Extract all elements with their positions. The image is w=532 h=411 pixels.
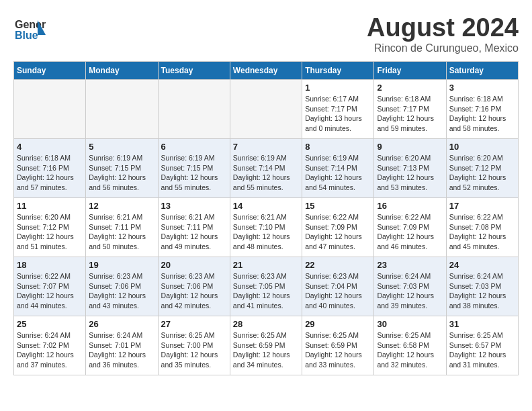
table-row: 2Sunrise: 6:18 AM Sunset: 7:17 PM Daylig… [374, 80, 446, 139]
table-row: 27Sunrise: 6:25 AM Sunset: 7:00 PM Dayli… [158, 316, 230, 375]
day-number: 31 [449, 319, 515, 329]
table-row: 9Sunrise: 6:20 AM Sunset: 7:13 PM Daylig… [374, 139, 446, 198]
day-info: Sunrise: 6:22 AM Sunset: 7:09 PM Dayligh… [377, 212, 443, 252]
table-row: 31Sunrise: 6:25 AM Sunset: 6:57 PM Dayli… [446, 316, 518, 375]
table-row: 3Sunrise: 6:18 AM Sunset: 7:16 PM Daylig… [446, 80, 518, 139]
table-row: 28Sunrise: 6:25 AM Sunset: 6:59 PM Dayli… [230, 316, 302, 375]
day-info: Sunrise: 6:19 AM Sunset: 7:15 PM Dayligh… [161, 153, 227, 193]
table-row: 24Sunrise: 6:24 AM Sunset: 7:03 PM Dayli… [446, 257, 518, 316]
table-row [158, 80, 230, 139]
day-info: Sunrise: 6:18 AM Sunset: 7:17 PM Dayligh… [377, 94, 443, 134]
day-info: Sunrise: 6:20 AM Sunset: 7:12 PM Dayligh… [449, 153, 515, 193]
day-number: 2 [377, 83, 443, 93]
table-row: 21Sunrise: 6:23 AM Sunset: 7:05 PM Dayli… [230, 257, 302, 316]
day-info: Sunrise: 6:25 AM Sunset: 7:00 PM Dayligh… [161, 330, 227, 370]
day-info: Sunrise: 6:18 AM Sunset: 7:16 PM Dayligh… [449, 94, 515, 134]
table-row: 17Sunrise: 6:22 AM Sunset: 7:08 PM Dayli… [446, 198, 518, 257]
day-number: 25 [17, 319, 83, 329]
day-info: Sunrise: 6:22 AM Sunset: 7:07 PM Dayligh… [17, 271, 83, 311]
day-number: 12 [89, 201, 154, 211]
table-row: 14Sunrise: 6:21 AM Sunset: 7:10 PM Dayli… [230, 198, 302, 257]
day-info: Sunrise: 6:21 AM Sunset: 7:10 PM Dayligh… [233, 212, 299, 252]
day-info: Sunrise: 6:21 AM Sunset: 7:11 PM Dayligh… [161, 212, 227, 252]
calendar-table: Sunday Monday Tuesday Wednesday Thursday… [13, 61, 519, 375]
day-info: Sunrise: 6:25 AM Sunset: 6:59 PM Dayligh… [305, 330, 371, 370]
day-number: 19 [89, 260, 154, 270]
table-row: 11Sunrise: 6:20 AM Sunset: 7:12 PM Dayli… [14, 198, 86, 257]
table-row: 7Sunrise: 6:19 AM Sunset: 7:14 PM Daylig… [230, 139, 302, 198]
day-number: 1 [305, 83, 371, 93]
calendar-week-row: 1Sunrise: 6:17 AM Sunset: 7:17 PM Daylig… [14, 80, 519, 139]
day-info: Sunrise: 6:23 AM Sunset: 7:05 PM Dayligh… [233, 271, 299, 311]
table-row: 22Sunrise: 6:23 AM Sunset: 7:04 PM Dayli… [302, 257, 374, 316]
day-info: Sunrise: 6:24 AM Sunset: 7:03 PM Dayligh… [377, 271, 443, 311]
day-info: Sunrise: 6:19 AM Sunset: 7:14 PM Dayligh… [233, 153, 299, 193]
calendar-header-row: Sunday Monday Tuesday Wednesday Thursday… [14, 62, 519, 80]
table-row: 30Sunrise: 6:25 AM Sunset: 6:58 PM Dayli… [374, 316, 446, 375]
day-info: Sunrise: 6:25 AM Sunset: 6:58 PM Dayligh… [377, 330, 443, 370]
table-row: 13Sunrise: 6:21 AM Sunset: 7:11 PM Dayli… [158, 198, 230, 257]
day-number: 6 [161, 142, 227, 152]
day-number: 28 [233, 319, 299, 329]
calendar-week-row: 11Sunrise: 6:20 AM Sunset: 7:12 PM Dayli… [14, 198, 519, 257]
day-number: 27 [161, 319, 227, 329]
table-row: 8Sunrise: 6:19 AM Sunset: 7:14 PM Daylig… [302, 139, 374, 198]
day-number: 9 [377, 142, 443, 152]
day-info: Sunrise: 6:23 AM Sunset: 7:04 PM Dayligh… [305, 271, 371, 311]
day-number: 16 [377, 201, 443, 211]
col-thursday: Thursday [302, 62, 374, 80]
day-info: Sunrise: 6:23 AM Sunset: 7:06 PM Dayligh… [161, 271, 227, 311]
day-info: Sunrise: 6:24 AM Sunset: 7:03 PM Dayligh… [449, 271, 515, 311]
col-friday: Friday [374, 62, 446, 80]
table-row: 25Sunrise: 6:24 AM Sunset: 7:02 PM Dayli… [14, 316, 86, 375]
day-number: 10 [449, 142, 515, 152]
main-title: August 2024 [367, 13, 519, 42]
day-number: 24 [449, 260, 515, 270]
table-row: 6Sunrise: 6:19 AM Sunset: 7:15 PM Daylig… [158, 139, 230, 198]
table-row: 1Sunrise: 6:17 AM Sunset: 7:17 PM Daylig… [302, 80, 374, 139]
day-number: 11 [17, 201, 83, 211]
table-row: 19Sunrise: 6:23 AM Sunset: 7:06 PM Dayli… [86, 257, 158, 316]
day-number: 3 [449, 83, 515, 93]
day-number: 13 [161, 201, 227, 211]
table-row: 26Sunrise: 6:24 AM Sunset: 7:01 PM Dayli… [86, 316, 158, 375]
col-saturday: Saturday [446, 62, 518, 80]
table-row: 15Sunrise: 6:22 AM Sunset: 7:09 PM Dayli… [302, 198, 374, 257]
day-info: Sunrise: 6:21 AM Sunset: 7:11 PM Dayligh… [89, 212, 154, 252]
day-number: 21 [233, 260, 299, 270]
table-row: 4Sunrise: 6:18 AM Sunset: 7:16 PM Daylig… [14, 139, 86, 198]
table-row [86, 80, 158, 139]
table-row [230, 80, 302, 139]
day-number: 23 [377, 260, 443, 270]
day-number: 7 [233, 142, 299, 152]
logo: General Blue [13, 13, 48, 48]
day-info: Sunrise: 6:22 AM Sunset: 7:08 PM Dayligh… [449, 212, 515, 252]
col-tuesday: Tuesday [158, 62, 230, 80]
calendar-week-row: 4Sunrise: 6:18 AM Sunset: 7:16 PM Daylig… [14, 139, 519, 198]
col-wednesday: Wednesday [230, 62, 302, 80]
col-sunday: Sunday [14, 62, 86, 80]
title-section: August 2024 Rincon de Curungueo, Mexico [367, 13, 519, 54]
day-info: Sunrise: 6:18 AM Sunset: 7:16 PM Dayligh… [17, 153, 83, 193]
table-row: 23Sunrise: 6:24 AM Sunset: 7:03 PM Dayli… [374, 257, 446, 316]
day-number: 8 [305, 142, 371, 152]
day-number: 18 [17, 260, 83, 270]
col-monday: Monday [86, 62, 158, 80]
day-info: Sunrise: 6:19 AM Sunset: 7:15 PM Dayligh… [89, 153, 154, 193]
logo-icon: General Blue [13, 13, 46, 48]
table-row [14, 80, 86, 139]
table-row: 20Sunrise: 6:23 AM Sunset: 7:06 PM Dayli… [158, 257, 230, 316]
table-row: 29Sunrise: 6:25 AM Sunset: 6:59 PM Dayli… [302, 316, 374, 375]
day-info: Sunrise: 6:23 AM Sunset: 7:06 PM Dayligh… [89, 271, 154, 311]
day-number: 17 [449, 201, 515, 211]
day-number: 15 [305, 201, 371, 211]
page-header: General Blue August 2024 Rincon de Curun… [13, 13, 519, 54]
subtitle: Rincon de Curungueo, Mexico [367, 42, 519, 54]
day-info: Sunrise: 6:24 AM Sunset: 7:02 PM Dayligh… [17, 330, 83, 370]
day-number: 22 [305, 260, 371, 270]
day-info: Sunrise: 6:17 AM Sunset: 7:17 PM Dayligh… [305, 94, 371, 134]
day-number: 26 [89, 319, 154, 329]
day-info: Sunrise: 6:20 AM Sunset: 7:13 PM Dayligh… [377, 153, 443, 193]
table-row: 12Sunrise: 6:21 AM Sunset: 7:11 PM Dayli… [86, 198, 158, 257]
calendar-week-row: 18Sunrise: 6:22 AM Sunset: 7:07 PM Dayli… [14, 257, 519, 316]
